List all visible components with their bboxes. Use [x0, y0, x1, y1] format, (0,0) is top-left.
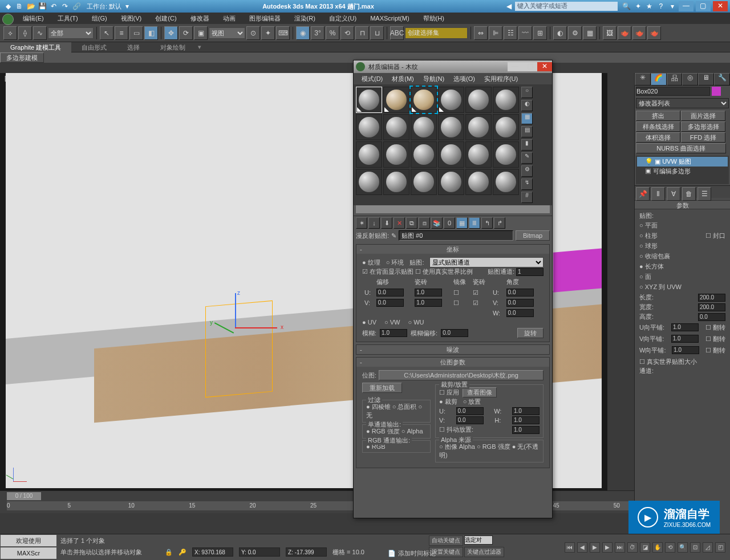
crop-h[interactable]: 1.0 — [512, 416, 540, 424]
material-slot-17[interactable] — [493, 141, 519, 168]
unlink-tool-icon[interactable]: ⟠ — [18, 26, 32, 40]
make-preview-icon[interactable]: ✎ — [521, 152, 533, 164]
make-copy-icon[interactable]: ⧉ — [406, 217, 417, 229]
wu-radio[interactable]: WU — [408, 319, 424, 326]
material-slot-20[interactable] — [411, 169, 437, 195]
menu-grapheditor[interactable]: 图形编辑器 — [242, 13, 287, 24]
snap-toggle-icon[interactable]: ◉ — [296, 26, 310, 40]
utile-spinner[interactable]: 1.0 — [671, 323, 699, 331]
render-iter-icon[interactable]: 🫖 — [632, 26, 646, 40]
pin-stack-icon[interactable]: 📌 — [636, 187, 650, 201]
tab-freeform[interactable]: 自由形式 — [71, 42, 117, 52]
modbtn-ffdsel[interactable]: FFD 选择 — [681, 132, 725, 143]
rotate-tool-icon[interactable]: ⟳ — [179, 26, 193, 40]
scale-tool-icon[interactable]: ▣ — [194, 26, 208, 40]
matmenu-material[interactable]: 材质(M) — [387, 73, 419, 84]
layers-icon[interactable]: ☷ — [504, 26, 517, 40]
play-icon[interactable]: ▶ — [590, 542, 600, 553]
angle-w[interactable]: 0.0 — [506, 309, 534, 317]
background-icon[interactable]: ▦ — [521, 113, 533, 124]
timeconfig-icon[interactable]: ⏱ — [627, 542, 638, 553]
tab-selection[interactable]: 选择 — [117, 42, 150, 52]
tab-utilities-icon[interactable]: 🔧 — [714, 73, 730, 86]
select-tool-icon[interactable]: ↖ — [100, 26, 113, 40]
bitmap-path-button[interactable]: C:\Users\Administrator\Desktop\木纹.png — [379, 370, 544, 380]
maptype-face[interactable]: 面 — [639, 271, 725, 282]
coord-z-field[interactable] — [286, 547, 327, 557]
material-slot-18[interactable] — [356, 169, 382, 195]
render-setup-icon[interactable]: ⚙ — [568, 26, 582, 40]
noise-header[interactable]: 噪波 — [356, 345, 549, 354]
bitmap-header[interactable]: 位图参数 — [356, 358, 549, 367]
vflip-check[interactable]: 翻转 — [705, 334, 725, 344]
workspace-label[interactable]: 工作台: 默认 — [87, 2, 121, 11]
material-slot-9[interactable] — [438, 114, 464, 140]
maximize-button[interactable]: ▢ — [696, 1, 711, 11]
offset-u[interactable]: 0.0 — [376, 289, 404, 297]
tab-create-icon[interactable]: ✳ — [635, 73, 651, 86]
material-slot-19[interactable] — [383, 169, 409, 195]
crop-radio[interactable]: 裁剪 — [439, 397, 457, 406]
coord-x-field[interactable] — [192, 547, 233, 557]
tab-display-icon[interactable]: 🖥 — [698, 73, 714, 86]
modbtn-extrude[interactable]: 挤出 — [636, 111, 680, 121]
tools-icon[interactable]: ✦ — [634, 2, 643, 11]
mapchannel-spinner[interactable]: 1 — [516, 268, 544, 276]
mono-alpha[interactable]: Alpha — [402, 428, 423, 435]
wflip-check[interactable]: 翻转 — [705, 345, 725, 355]
panel-polymodel[interactable]: 多边形建模 — [0, 52, 44, 63]
maptype-sph[interactable]: 球形 — [639, 241, 725, 251]
material-slot-14[interactable] — [411, 141, 437, 168]
modbtn-polysel[interactable]: 多边形选择 — [681, 121, 725, 132]
named-sel-icon[interactable]: ABC — [390, 26, 404, 40]
link-icon[interactable]: 🔗 — [72, 2, 81, 11]
menu-render[interactable]: 渲染(R) — [287, 13, 322, 24]
ribbon-expand-icon[interactable]: ▾ — [196, 43, 204, 51]
material-slot-15[interactable] — [438, 141, 464, 168]
material-slot-12[interactable] — [356, 141, 382, 168]
mapmode-combo[interactable]: 显式贴图通道 — [429, 257, 544, 267]
selection-scope-combo[interactable]: 全部 — [48, 27, 94, 39]
material-editor-window[interactable]: 材质编辑器 - 木纹 — ▢ ✕ 模式(D) 材质(M) 导航(N) 选项(O)… — [353, 60, 553, 518]
zoom-ext-icon[interactable]: ⊡ — [690, 542, 700, 553]
angle-v[interactable]: 0.0 — [506, 299, 534, 307]
material-slot-5[interactable] — [493, 87, 519, 113]
help-icon[interactable]: ? — [656, 2, 666, 11]
go-forward-icon[interactable]: ↱ — [494, 217, 505, 229]
maptype-shrink[interactable]: 收缩包裹 — [639, 251, 725, 261]
eyedropper-icon[interactable]: ✎ — [391, 232, 396, 240]
uv-radio[interactable]: UV — [362, 319, 376, 326]
material-slot-2[interactable] — [411, 87, 437, 113]
material-slot-23[interactable] — [493, 169, 519, 195]
vtile-spinner[interactable]: 1.0 — [671, 335, 699, 343]
menu-group[interactable]: 组(G) — [85, 13, 114, 24]
mat-close-button[interactable]: ✕ — [537, 62, 552, 71]
filter-sat[interactable]: 总面积 — [392, 403, 417, 410]
remove-mod-icon[interactable]: 🗑 — [682, 187, 696, 201]
refcoord-combo[interactable]: 视图 — [209, 27, 245, 39]
reset-icon[interactable]: ✕ — [394, 217, 405, 229]
material-slot-16[interactable] — [465, 141, 492, 168]
modifier-list-combo[interactable]: 修改器列表 — [636, 98, 729, 108]
close-button[interactable]: ✕ — [713, 1, 728, 11]
menu-modifier[interactable]: 修改器 — [184, 13, 216, 24]
coord-texture-radio[interactable]: 纹理 — [362, 258, 380, 267]
object-name-field[interactable] — [636, 87, 710, 96]
marquee-icon[interactable]: ▭ — [129, 26, 143, 40]
orbit-icon[interactable]: ⟲ — [665, 542, 675, 553]
assign-sel-icon[interactable]: ⬇ — [381, 217, 392, 229]
rotate-button[interactable]: 旋转 — [517, 328, 544, 338]
window-crossing-icon[interactable]: ◧ — [144, 26, 158, 40]
show-map-icon[interactable]: ▦ — [456, 217, 468, 229]
open-icon[interactable]: 📂 — [26, 2, 35, 11]
angle-snap-icon[interactable]: 3° — [311, 26, 325, 40]
coord-header[interactable]: 坐标 — [356, 245, 549, 254]
menu-help[interactable]: 帮助(H) — [416, 13, 451, 24]
fov-icon[interactable]: ◿ — [703, 542, 713, 553]
material-slot-10[interactable] — [465, 114, 492, 140]
stack-uvwmap[interactable]: 💡 ▣ UVW 贴图 — [637, 157, 728, 167]
key-icon[interactable]: 🔑 — [179, 547, 186, 557]
link-tool-icon[interactable]: ⟡ — [3, 26, 17, 40]
rendered-frame-icon[interactable]: ▦ — [583, 26, 597, 40]
tab-hierarchy-icon[interactable]: 品 — [667, 73, 683, 86]
